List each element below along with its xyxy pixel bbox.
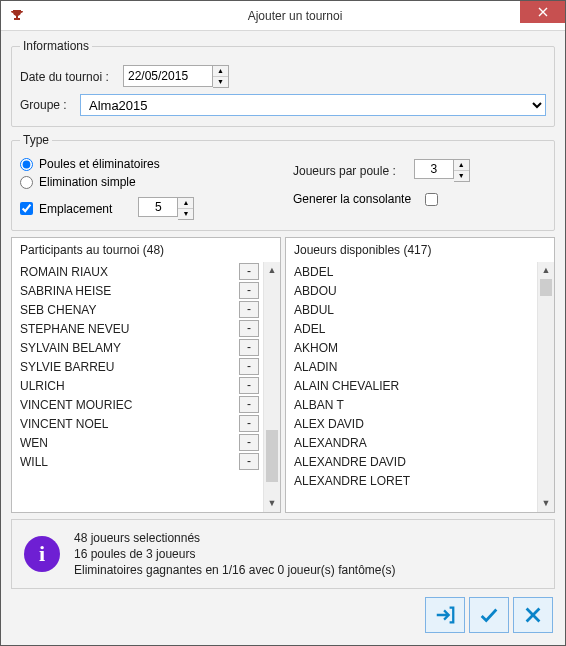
dialog-buttons: [11, 595, 555, 635]
list-item[interactable]: VINCENT MOURIEC-: [20, 395, 263, 414]
joueurs-field[interactable]: [414, 159, 454, 179]
lists-container: Participants au tournoi (48) ROMAIN RIAU…: [11, 237, 555, 513]
type-legend: Type: [20, 133, 52, 147]
remove-button[interactable]: -: [239, 339, 259, 356]
list-item[interactable]: WILL-: [20, 452, 263, 471]
list-item[interactable]: SEB CHENAY-: [20, 300, 263, 319]
list-item[interactable]: WEN-: [20, 433, 263, 452]
participant-name: SABRINA HEISE: [20, 284, 239, 298]
emplacement-field[interactable]: [138, 197, 178, 217]
list-item[interactable]: ABDOU: [294, 281, 537, 300]
list-item[interactable]: ULRICH-: [20, 376, 263, 395]
date-label: Date du tournoi :: [20, 70, 115, 84]
remove-button[interactable]: -: [239, 320, 259, 337]
participant-name: WEN: [20, 436, 239, 450]
list-item[interactable]: ALEX DAVID: [294, 414, 537, 433]
participants-list: Participants au tournoi (48) ROMAIN RIAU…: [11, 237, 281, 513]
participant-name: WILL: [20, 455, 239, 469]
list-item[interactable]: ALEXANDRA: [294, 433, 537, 452]
disponibles-items[interactable]: ABDELABDOUABDULADELAKHOMALADINALAIN CHEV…: [286, 262, 537, 512]
list-item[interactable]: SYLVIE BARREU-: [20, 357, 263, 376]
list-item[interactable]: SYLVAIN BELAMY-: [20, 338, 263, 357]
participants-header: Participants au tournoi (48): [12, 238, 280, 262]
radio-poules-label: Poules et éliminatoires: [39, 157, 160, 171]
participants-items[interactable]: ROMAIN RIAUX-SABRINA HEISE-SEB CHENAY-ST…: [12, 262, 263, 512]
participant-name: STEPHANE NEVEU: [20, 322, 239, 336]
scrollbar[interactable]: ▲ ▼: [263, 262, 280, 512]
player-name: ABDEL: [294, 265, 537, 279]
date-field[interactable]: [123, 65, 213, 87]
remove-button[interactable]: -: [239, 358, 259, 375]
participant-name: VINCENT NOEL: [20, 417, 239, 431]
close-button[interactable]: [520, 1, 565, 23]
participant-name: ROMAIN RIAUX: [20, 265, 239, 279]
groupe-label: Groupe :: [20, 98, 72, 112]
list-item[interactable]: ADEL: [294, 319, 537, 338]
list-item[interactable]: ALEXANDRE DAVID: [294, 452, 537, 471]
disponibles-list: Joueurs disponibles (417) ABDELABDOUABDU…: [285, 237, 555, 513]
list-item[interactable]: ABDUL: [294, 300, 537, 319]
spin-down-icon[interactable]: ▼: [454, 171, 469, 181]
emplacement-input[interactable]: ▲ ▼: [138, 197, 194, 220]
scrollbar[interactable]: ▲ ▼: [537, 262, 554, 512]
spin-up-icon[interactable]: ▲: [178, 198, 193, 209]
remove-button[interactable]: -: [239, 301, 259, 318]
radio-elimination[interactable]: [20, 176, 33, 189]
remove-button[interactable]: -: [239, 453, 259, 470]
player-name: ALAIN CHEVALIER: [294, 379, 537, 393]
scroll-up-icon[interactable]: ▲: [264, 262, 280, 279]
list-item[interactable]: SABRINA HEISE-: [20, 281, 263, 300]
remove-button[interactable]: -: [239, 263, 259, 280]
list-item[interactable]: ABDEL: [294, 262, 537, 281]
remove-button[interactable]: -: [239, 415, 259, 432]
emplacement-spinner[interactable]: ▲ ▼: [178, 197, 194, 220]
date-spinner[interactable]: ▲ ▼: [213, 65, 229, 88]
player-name: AKHOM: [294, 341, 537, 355]
player-name: ALEXANDRE DAVID: [294, 455, 537, 469]
spin-down-icon[interactable]: ▼: [213, 77, 228, 87]
checkbox-generer[interactable]: [425, 193, 438, 206]
joueurs-input[interactable]: ▲ ▼: [414, 159, 470, 182]
spin-down-icon[interactable]: ▼: [178, 209, 193, 219]
remove-button[interactable]: -: [239, 282, 259, 299]
cancel-button[interactable]: [513, 597, 553, 633]
joueurs-label: Joueurs par poule :: [293, 164, 396, 178]
joueurs-spinner[interactable]: ▲ ▼: [454, 159, 470, 182]
remove-button[interactable]: -: [239, 434, 259, 451]
scroll-thumb[interactable]: [540, 279, 552, 296]
radio-poules[interactable]: [20, 158, 33, 171]
info-line3: Eliminatoires gagnantes en 1/16 avec 0 j…: [74, 562, 396, 578]
list-item[interactable]: ALEXANDRE LORET: [294, 471, 537, 490]
checkbox-emplacement-label: Emplacement: [39, 202, 112, 216]
player-name: ALBAN T: [294, 398, 537, 412]
checkbox-emplacement[interactable]: [20, 202, 33, 215]
spin-up-icon[interactable]: ▲: [454, 160, 469, 171]
list-item[interactable]: STEPHANE NEVEU-: [20, 319, 263, 338]
participant-name: ULRICH: [20, 379, 239, 393]
remove-button[interactable]: -: [239, 396, 259, 413]
groupe-select[interactable]: Alma2015: [80, 94, 546, 116]
list-item[interactable]: ALAIN CHEVALIER: [294, 376, 537, 395]
dialog-window: Ajouter un tournoi Informations Date du …: [0, 0, 566, 646]
list-item[interactable]: VINCENT NOEL-: [20, 414, 263, 433]
info-line2: 16 poules de 3 joueurs: [74, 546, 396, 562]
date-input[interactable]: ▲ ▼: [123, 65, 229, 88]
informations-legend: Informations: [20, 39, 92, 53]
scroll-up-icon[interactable]: ▲: [538, 262, 554, 279]
list-item[interactable]: AKHOM: [294, 338, 537, 357]
import-button[interactable]: [425, 597, 465, 633]
list-item[interactable]: ROMAIN RIAUX-: [20, 262, 263, 281]
type-group: Type Poules et éliminatoires Elimination…: [11, 133, 555, 231]
ok-button[interactable]: [469, 597, 509, 633]
scroll-down-icon[interactable]: ▼: [264, 495, 280, 512]
remove-button[interactable]: -: [239, 377, 259, 394]
info-icon: i: [24, 536, 60, 572]
scroll-down-icon[interactable]: ▼: [538, 495, 554, 512]
list-item[interactable]: ALBAN T: [294, 395, 537, 414]
player-name: ADEL: [294, 322, 537, 336]
scroll-thumb[interactable]: [266, 430, 278, 482]
participant-name: VINCENT MOURIEC: [20, 398, 239, 412]
spin-up-icon[interactable]: ▲: [213, 66, 228, 77]
participant-name: SYLVAIN BELAMY: [20, 341, 239, 355]
list-item[interactable]: ALADIN: [294, 357, 537, 376]
